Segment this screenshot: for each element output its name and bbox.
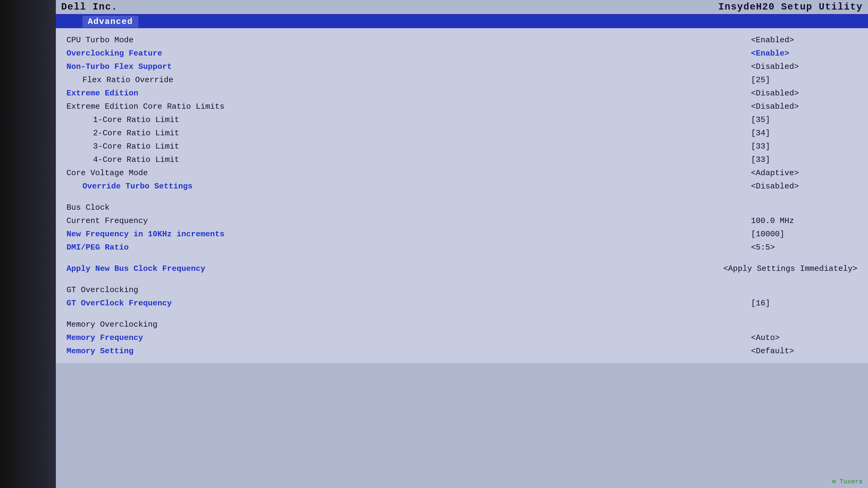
label-bus-clock: Bus Clock — [66, 203, 751, 212]
value-non-turbo-flex-support: <Disabled> — [751, 62, 857, 71]
value-gt-overclock-frequency: [16] — [751, 299, 857, 308]
label-extreme-edition-core-ratio-limits: Extreme Edition Core Ratio Limits — [66, 102, 751, 111]
settings-row-dmi-peg-ratio[interactable]: DMI/PEG Ratio<5:5> — [66, 241, 857, 254]
value-4-core-ratio-limit: [33] — [751, 155, 857, 164]
value-flex-ratio-override: [25] — [751, 75, 857, 85]
settings-row-non-turbo-flex-support[interactable]: Non-Turbo Flex Support<Disabled> — [66, 60, 857, 73]
manufacturer-label: Dell Inc. — [61, 2, 118, 12]
settings-row-gt-overclock-frequency[interactable]: GT OverClock Frequency[16] — [66, 297, 857, 310]
value-new-frequency: [10000] — [751, 230, 857, 239]
left-shadow — [0, 0, 56, 488]
top-bar: Dell Inc. InsydeH20 Setup Utility — [56, 0, 868, 15]
value-core-voltage-mode: <Adaptive> — [751, 168, 857, 177]
value-3-core-ratio-limit: [33] — [751, 142, 857, 151]
settings-row-flex-ratio-override[interactable]: Flex Ratio Override[25] — [66, 73, 857, 87]
label-2-core-ratio-limit: 2-Core Ratio Limit — [66, 129, 751, 138]
settings-table: CPU Turbo Mode<Enabled>Overclocking Feat… — [66, 33, 857, 358]
label-3-core-ratio-limit: 3-Core Ratio Limit — [66, 142, 751, 151]
label-core-voltage-mode: Core Voltage Mode — [66, 168, 751, 177]
value-memory-setting: <Default> — [751, 347, 857, 356]
value-dmi-peg-ratio: <5:5> — [751, 243, 857, 252]
settings-row-memory-setting[interactable]: Memory Setting<Default> — [66, 345, 857, 358]
settings-row-3-core-ratio-limit[interactable]: 3-Core Ratio Limit[33] — [66, 140, 857, 153]
settings-row-4-core-ratio-limit[interactable]: 4-Core Ratio Limit[33] — [66, 153, 857, 166]
value-apply-new-bus-clock: <Apply Settings Immediately> — [723, 264, 857, 273]
value-override-turbo-settings: <Disabled> — [751, 182, 857, 191]
label-overclocking-feature: Overclocking Feature — [66, 49, 751, 58]
label-cpu-turbo-mode: CPU Turbo Mode — [66, 36, 751, 45]
value-cpu-turbo-mode: <Enabled> — [751, 36, 857, 45]
label-current-frequency: Current Frequency — [66, 216, 751, 225]
label-override-turbo-settings: Override Turbo Settings — [66, 182, 751, 191]
bottom-logo: ⚙ Tuxera — [832, 478, 863, 485]
utility-label: InsydeH20 Setup Utility — [718, 2, 863, 12]
settings-row-apply-new-bus-clock[interactable]: Apply New Bus Clock Frequency<Apply Sett… — [66, 262, 857, 275]
label-memory-setting: Memory Setting — [66, 347, 751, 356]
label-extreme-edition: Extreme Edition — [66, 89, 751, 98]
settings-row-new-frequency[interactable]: New Frequency in 10KHz increments[10000] — [66, 228, 857, 241]
content-area: CPU Turbo Mode<Enabled>Overclocking Feat… — [56, 28, 868, 363]
label-memory-frequency: Memory Frequency — [66, 333, 751, 343]
main-panel: Dell Inc. InsydeH20 Setup Utility Advanc… — [56, 0, 868, 488]
spacer-row — [66, 254, 857, 262]
settings-row-override-turbo-settings[interactable]: Override Turbo Settings<Disabled> — [66, 180, 857, 193]
settings-row-memory-overclocking[interactable]: Memory Overclocking — [66, 318, 857, 331]
spacer-row — [66, 310, 857, 318]
settings-row-overclocking-feature[interactable]: Overclocking Feature<Enable> — [66, 47, 857, 60]
label-apply-new-bus-clock: Apply New Bus Clock Frequency — [66, 264, 723, 273]
settings-row-bus-clock[interactable]: Bus Clock — [66, 201, 857, 214]
label-dmi-peg-ratio: DMI/PEG Ratio — [66, 243, 751, 252]
label-1-core-ratio-limit: 1-Core Ratio Limit — [66, 116, 751, 124]
value-current-frequency: 100.0 MHz — [751, 216, 857, 225]
label-gt-overclocking: GT Overclocking — [66, 286, 751, 294]
value-extreme-edition-core-ratio-limits: <Disabled> — [751, 102, 857, 111]
settings-row-extreme-edition-core-ratio-limits[interactable]: Extreme Edition Core Ratio Limits<Disabl… — [66, 100, 857, 113]
settings-row-current-frequency[interactable]: Current Frequency100.0 MHz — [66, 214, 857, 228]
value-1-core-ratio-limit: [35] — [751, 116, 857, 124]
settings-row-extreme-edition[interactable]: Extreme Edition<Disabled> — [66, 87, 857, 100]
nav-advanced[interactable]: Advanced — [83, 16, 138, 28]
label-4-core-ratio-limit: 4-Core Ratio Limit — [66, 155, 751, 164]
settings-row-gt-overclocking[interactable]: GT Overclocking — [66, 283, 857, 297]
settings-row-cpu-turbo-mode[interactable]: CPU Turbo Mode<Enabled> — [66, 33, 857, 47]
label-gt-overclock-frequency: GT OverClock Frequency — [66, 299, 751, 308]
settings-row-memory-frequency[interactable]: Memory Frequency<Auto> — [66, 331, 857, 345]
label-flex-ratio-override: Flex Ratio Override — [66, 75, 751, 85]
value-overclocking-feature: <Enable> — [751, 49, 857, 58]
settings-row-1-core-ratio-limit[interactable]: 1-Core Ratio Limit[35] — [66, 113, 857, 127]
value-2-core-ratio-limit: [34] — [751, 129, 857, 138]
value-extreme-edition: <Disabled> — [751, 89, 857, 98]
spacer-row — [66, 275, 857, 283]
label-memory-overclocking: Memory Overclocking — [66, 320, 751, 329]
nav-bar: Advanced — [56, 15, 868, 28]
value-memory-frequency: <Auto> — [751, 333, 857, 343]
settings-row-core-voltage-mode[interactable]: Core Voltage Mode<Adaptive> — [66, 166, 857, 180]
settings-row-2-core-ratio-limit[interactable]: 2-Core Ratio Limit[34] — [66, 127, 857, 140]
spacer-row — [66, 193, 857, 201]
label-new-frequency: New Frequency in 10KHz increments — [66, 230, 751, 239]
label-non-turbo-flex-support: Non-Turbo Flex Support — [66, 62, 751, 71]
